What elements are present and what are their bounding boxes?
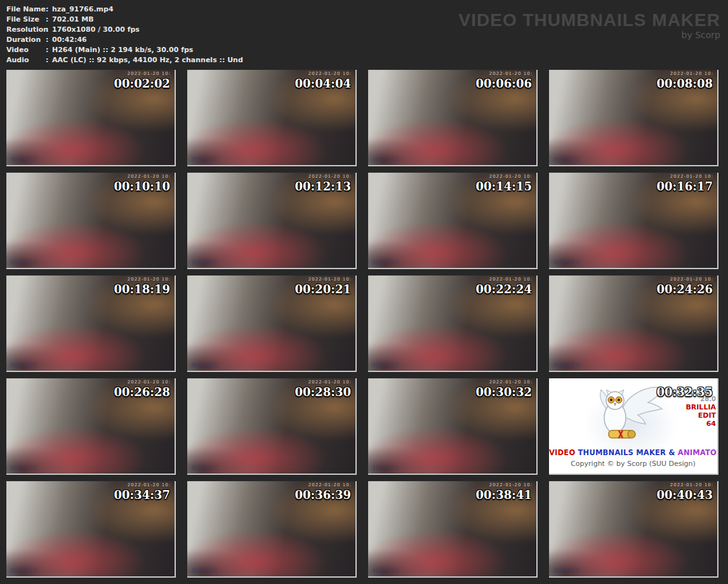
camera-osd-datestamp: 2022-01-20 10: bbox=[308, 380, 352, 385]
camera-watermark: HD-TEC bbox=[192, 567, 218, 574]
camera-watermark: HD-TEC bbox=[553, 259, 580, 265]
meta-value-video: H264 (Main) :: 2 194 kb/s, 30.00 fps bbox=[52, 45, 193, 55]
camera-watermark: HD-TEC bbox=[11, 259, 37, 265]
video-thumbnail: 2022-01-20 10:HD-TEC00:24:26 bbox=[549, 275, 718, 372]
brand-tile: 28.0 BRILLIA EDIT 64 VIDEO THUMBNAILS MA… bbox=[549, 378, 718, 475]
timestamp-overlay: 00:34:37 bbox=[114, 488, 170, 501]
app-brand-title: VIDEO THUMBNAILS MAKER bbox=[459, 11, 720, 29]
timestamp-overlay: 00:36:39 bbox=[295, 488, 351, 501]
camera-osd-datestamp: 2022-01-20 10: bbox=[128, 380, 171, 385]
meta-value-filesize: 702.01 MB bbox=[52, 15, 94, 25]
meta-row-audio: Audio:AAC (LC) :: 92 kbps, 44100 Hz, 2 c… bbox=[6, 55, 243, 65]
camera-osd-datestamp: 2022-01-20 10: bbox=[308, 174, 352, 179]
camera-watermark: HD-TEC bbox=[11, 156, 37, 163]
camera-osd-datestamp: 2022-01-20 10: bbox=[128, 277, 171, 282]
timestamp-overlay: 00:16:17 bbox=[657, 180, 713, 193]
camera-watermark: HD-TEC bbox=[11, 362, 37, 368]
camera-osd-datestamp: 2022-01-20 10: bbox=[128, 174, 171, 179]
camera-osd-datestamp: 2022-01-20 10: bbox=[128, 482, 171, 488]
camera-osd-datestamp: 2022-01-20 10: bbox=[308, 71, 352, 76]
timestamp-overlay: 00:22:24 bbox=[476, 282, 532, 296]
timestamp-overlay: 00:12:13 bbox=[295, 180, 351, 193]
timestamp-overlay: 00:04:04 bbox=[295, 77, 351, 90]
camera-watermark: HD-TEC bbox=[11, 567, 37, 574]
video-thumbnail: 2022-01-20 10:HD-TEC00:26:28 bbox=[6, 378, 176, 475]
app-brand: VIDEO THUMBNAILS MAKER by Scorp bbox=[459, 11, 720, 40]
brand-title-part: VIDEO bbox=[549, 448, 578, 457]
camera-watermark: HD-TEC bbox=[373, 259, 399, 265]
camera-osd-datestamp: 2022-01-20 10: bbox=[670, 71, 713, 76]
video-thumbnail: 2022-01-20 10:HD-TEC00:18:19 bbox=[6, 275, 176, 372]
camera-osd-datestamp: 2022-01-20 10: bbox=[670, 482, 713, 488]
camera-watermark: HD-TEC bbox=[192, 259, 218, 265]
camera-osd-datestamp: 2022-01-20 10: bbox=[308, 482, 352, 488]
camera-watermark: HD-TEC bbox=[553, 362, 580, 368]
camera-osd-datestamp: 2022-01-20 10: bbox=[489, 71, 533, 76]
meta-value-audio: AAC (LC) :: 92 kbps, 44100 Hz, 2 channel… bbox=[52, 55, 243, 65]
camera-watermark: HD-TEC bbox=[192, 465, 218, 471]
brand-title-part: & bbox=[668, 448, 677, 457]
meta-label: File Size bbox=[6, 15, 46, 25]
meta-row-filename: File Name:hza_91766.mp4 bbox=[6, 4, 243, 15]
video-thumbnail: 2022-01-20 10:HD-TEC00:02:02 bbox=[6, 70, 176, 166]
camera-watermark: HD-TEC bbox=[192, 156, 218, 163]
video-thumbnail: 2022-01-20 10:HD-TEC00:14:15 bbox=[368, 173, 538, 269]
camera-osd-datestamp: 2022-01-20 10: bbox=[489, 380, 533, 385]
thumbnail-grid: 2022-01-20 10:HD-TEC00:02:022022-01-20 1… bbox=[6, 70, 718, 578]
timestamp-overlay: 00:14:15 bbox=[476, 180, 532, 193]
meta-label: Video bbox=[6, 45, 46, 55]
timestamp-overlay: 00:08:08 bbox=[657, 77, 713, 90]
video-thumbnail: 2022-01-20 10:HD-TEC00:38:41 bbox=[368, 481, 538, 578]
camera-osd-datestamp: 2022-01-20 10: bbox=[670, 174, 713, 179]
page: { "header": { "fields": [ {"label": "Fil… bbox=[0, 0, 728, 584]
video-thumbnail: 2022-01-20 10:HD-TEC00:28:30 bbox=[187, 378, 357, 475]
meta-value-resolution: 1760x1080 / 30.00 fps bbox=[52, 25, 140, 35]
meta-label: File Name bbox=[6, 4, 46, 15]
video-thumbnail: 2022-01-20 10:HD-TEC00:22:24 bbox=[368, 275, 538, 372]
video-thumbnail: 2022-01-20 10:HD-TEC00:12:13 bbox=[187, 173, 357, 269]
camera-watermark: HD-TEC bbox=[373, 465, 399, 471]
brand-title-part: ANIMATOR bbox=[678, 448, 718, 457]
video-thumbnail: 2022-01-20 10:HD-TEC00:16:17 bbox=[549, 173, 718, 269]
timestamp-overlay: 00:32:35 bbox=[657, 385, 713, 399]
meta-row-duration: Duration:00:42:46 bbox=[6, 35, 243, 45]
timestamp-overlay: 00:26:28 bbox=[114, 385, 170, 399]
brand-tile-title: VIDEO THUMBNAILS MAKER & ANIMATOR bbox=[549, 448, 717, 457]
video-thumbnail: 2022-01-20 10:HD-TEC00:04:04 bbox=[187, 70, 357, 166]
timestamp-overlay: 00:10:10 bbox=[114, 180, 170, 193]
video-thumbnail: 2022-01-20 10:HD-TEC00:20:21 bbox=[187, 275, 357, 372]
brand-tile-copyright: Copyright © by Scorp (SUU Design) bbox=[549, 460, 717, 468]
camera-osd-datestamp: 2022-01-20 10: bbox=[489, 482, 533, 488]
meta-value-filename: hza_91766.mp4 bbox=[52, 4, 114, 15]
camera-osd-datestamp: 2022-01-20 10: bbox=[308, 277, 352, 282]
video-thumbnail: 2022-01-20 10:HD-TEC00:08:08 bbox=[549, 70, 718, 166]
camera-watermark: HD-TEC bbox=[553, 567, 580, 574]
timestamp-overlay: 00:02:02 bbox=[114, 77, 170, 90]
camera-osd-datestamp: 2022-01-20 10: bbox=[489, 277, 533, 282]
meta-value-duration: 00:42:46 bbox=[52, 35, 87, 45]
meta-row-filesize: File Size:702.01 MB bbox=[6, 15, 243, 25]
metadata-panel: File Name:hza_91766.mp4 File Size:702.01… bbox=[6, 4, 243, 65]
meta-label: Audio bbox=[6, 55, 46, 65]
camera-watermark: HD-TEC bbox=[373, 567, 399, 574]
brand-partial-line: BRILLIA bbox=[685, 403, 716, 411]
camera-watermark: HD-TEC bbox=[192, 362, 218, 368]
timestamp-overlay: 00:28:30 bbox=[295, 385, 351, 399]
timestamp-overlay: 00:30:32 bbox=[476, 385, 532, 399]
meta-label: Resolution bbox=[6, 25, 46, 35]
video-thumbnail: 2022-01-20 10:HD-TEC00:34:37 bbox=[6, 481, 176, 578]
video-thumbnail: 2022-01-20 10:HD-TEC00:06:06 bbox=[368, 70, 538, 166]
meta-row-resolution: Resolution:1760x1080 / 30.00 fps bbox=[6, 25, 243, 35]
brand-title-part: THUMBNAILS MAKER bbox=[578, 448, 669, 457]
brand-partial-line: EDIT bbox=[685, 411, 716, 420]
camera-osd-datestamp: 2022-01-20 10: bbox=[489, 174, 533, 179]
camera-osd-datestamp: 2022-01-20 10: bbox=[128, 71, 171, 76]
timestamp-overlay: 00:24:26 bbox=[657, 282, 713, 296]
camera-watermark: HD-TEC bbox=[373, 156, 399, 163]
meta-label: Duration bbox=[6, 35, 46, 45]
video-thumbnail: 2022-01-20 10:HD-TEC00:40:43 bbox=[549, 481, 718, 578]
brand-partial-line: 64 bbox=[685, 420, 716, 428]
timestamp-overlay: 00:38:41 bbox=[476, 488, 532, 501]
camera-watermark: HD-TEC bbox=[373, 362, 399, 368]
video-thumbnail: 2022-01-20 10:HD-TEC00:10:10 bbox=[6, 173, 176, 269]
